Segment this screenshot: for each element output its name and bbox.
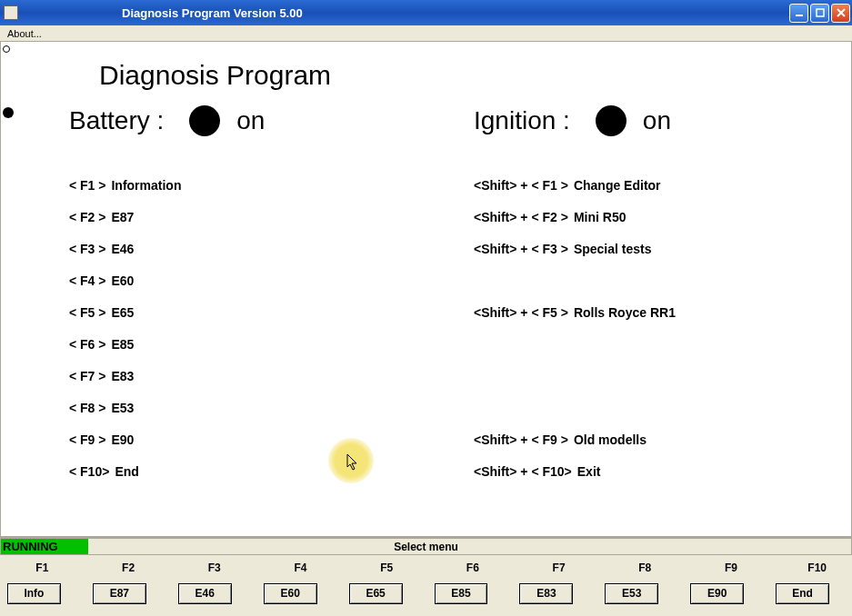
menu-item-shift-f5[interactable]: <Shift> + < F5 >Rolls Royce RR1: [474, 296, 676, 328]
left-fkey-menu: < F1 >Information < F2 >E87 < F3 >E46 < …: [69, 169, 181, 487]
battery-value: on: [236, 106, 265, 135]
fkey-label-f7: F7: [535, 561, 583, 574]
fbtn-e87[interactable]: E87: [93, 583, 146, 604]
menubar: About...: [0, 25, 852, 42]
menu-item-shift-f9[interactable]: <Shift> + < F9 >Old modells: [474, 423, 676, 455]
fbtn-e85[interactable]: E85: [435, 583, 488, 604]
menu-about[interactable]: About...: [2, 27, 47, 40]
fbtn-e53[interactable]: E53: [605, 583, 658, 604]
menu-item-shift-f10[interactable]: <Shift> + < F10>Exit: [474, 455, 676, 487]
fkey-label-f3: F3: [190, 561, 238, 574]
window-titlebar: Diagnosis Program Version 5.00: [0, 0, 852, 25]
fbtn-e65[interactable]: E65: [349, 583, 403, 604]
maximize-icon: [816, 8, 825, 17]
cursor-icon: [346, 453, 360, 472]
menu-item-empty: [474, 360, 676, 392]
content-area: Diagnosis Program Battery : on Ignition …: [0, 42, 852, 537]
menu-item-f10[interactable]: < F10>End: [69, 455, 181, 487]
svg-rect-1: [817, 9, 824, 16]
fkey-label-f5: F5: [363, 561, 411, 574]
menu-item-f8[interactable]: < F8 >E53: [69, 392, 181, 423]
status-text: Select menu: [1, 541, 851, 553]
fkey-label-row: F1 F2 F3 F4 F5 F6 F7 F8 F9 F10: [0, 557, 852, 579]
cursor-highlight: [328, 438, 374, 483]
minimize-button[interactable]: [789, 4, 808, 23]
menu-item-f9[interactable]: < F9 >E90: [69, 423, 181, 455]
battery-status: Battery : on: [69, 105, 265, 136]
maximize-button[interactable]: [810, 4, 829, 23]
fbtn-e46[interactable]: E46: [178, 583, 232, 604]
menu-item-f4[interactable]: < F4 >E60: [69, 264, 181, 296]
menu-item-f7[interactable]: < F7 >E83: [69, 360, 181, 392]
right-fkey-menu: <Shift> + < F1 >Change Editor <Shift> + …: [474, 169, 676, 487]
fkey-label-f4: F4: [276, 561, 325, 574]
ignition-status: Ignition : on: [474, 105, 671, 136]
fbtn-e60[interactable]: E60: [264, 583, 317, 604]
page-title: Diagnosis Program: [99, 60, 331, 91]
minimize-icon: [795, 8, 804, 17]
close-icon: [837, 8, 846, 17]
battery-label: Battery :: [69, 106, 164, 135]
fkey-label-f2: F2: [105, 561, 153, 574]
battery-indicator-icon: [189, 105, 220, 136]
ignition-value: on: [643, 106, 671, 135]
menu-item-shift-f3[interactable]: <Shift> + < F3 >Special tests: [474, 233, 676, 264]
menu-item-f5[interactable]: < F5 >E65: [69, 296, 181, 328]
menu-item-f6[interactable]: < F6 >E85: [69, 328, 181, 360]
app-icon: [4, 5, 18, 20]
fkey-label-f6: F6: [449, 561, 497, 574]
fkey-label-f1: F1: [18, 561, 66, 574]
fbtn-end[interactable]: End: [776, 583, 829, 604]
fkey-label-f8: F8: [621, 561, 669, 574]
menu-item-empty: [474, 392, 676, 423]
fbtn-e90[interactable]: E90: [690, 583, 744, 604]
ignition-indicator-icon: [596, 105, 626, 136]
menu-item-shift-f1[interactable]: <Shift> + < F1 >Change Editor: [474, 169, 676, 201]
fbtn-e83[interactable]: E83: [519, 583, 573, 604]
window-title: Diagnosis Program Version 5.00: [22, 6, 789, 20]
menu-item-f3[interactable]: < F3 >E46: [69, 233, 181, 264]
close-button[interactable]: [831, 4, 850, 23]
fbtn-info[interactable]: Info: [7, 583, 61, 604]
fkey-button-row: Info E87 E46 E60 E65 E85 E83 E53 E90 End: [0, 579, 852, 608]
menu-item-shift-f2[interactable]: <Shift> + < F2 >Mini R50: [474, 201, 676, 233]
fkey-label-f9: F9: [707, 561, 756, 574]
menu-item-empty: [474, 264, 676, 296]
status-bar: RUNNING Select menu: [0, 537, 852, 555]
radio-off-icon: [3, 45, 10, 53]
radio-on-icon: [3, 107, 14, 118]
menu-item-f1[interactable]: < F1 >Information: [69, 169, 181, 201]
ignition-label: Ignition :: [474, 106, 570, 135]
menu-item-empty: [474, 328, 676, 360]
fkey-label-f10: F10: [793, 561, 841, 574]
menu-item-f2[interactable]: < F2 >E87: [69, 201, 181, 233]
svg-rect-0: [796, 15, 803, 16]
